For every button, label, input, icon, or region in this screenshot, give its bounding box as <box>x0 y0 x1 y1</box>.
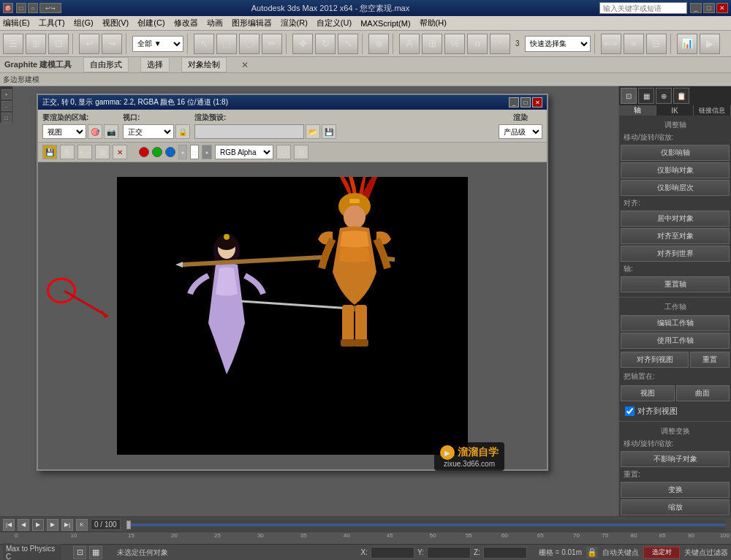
status-icon-2[interactable]: ▦ <box>89 546 102 559</box>
toolbar-btn-2[interactable]: ⊞ <box>26 34 46 54</box>
toolbar-align[interactable]: ≡ <box>624 34 644 54</box>
tl-prev-frame[interactable]: ◀ <box>18 519 29 531</box>
toolbar-layer[interactable]: ⊟ <box>646 34 667 54</box>
save-file-icon[interactable]: 💾 <box>42 145 57 159</box>
ls-btn-2[interactable]: - <box>1 101 12 111</box>
close-button[interactable]: ✕ <box>716 3 728 13</box>
rp-icon-2[interactable]: ▦ <box>638 88 654 104</box>
maximize-button[interactable]: □ <box>703 3 715 13</box>
selection-type-select[interactable]: 全部 ▼ <box>132 36 183 52</box>
dialog-maximize[interactable]: □ <box>520 97 531 107</box>
align-to-view-checkbox[interactable] <box>625 406 635 416</box>
render-from-select[interactable]: 视图 <box>42 124 86 139</box>
menu-customize[interactable]: 自定义(U) <box>317 18 352 29</box>
tl-go-end[interactable]: ▶| <box>61 519 73 531</box>
white-channel[interactable]: □ <box>190 145 199 159</box>
quick-select[interactable]: 快速选择集 <box>525 36 591 52</box>
lock-icon[interactable]: 🔒 <box>175 124 190 139</box>
blue-channel[interactable] <box>165 147 175 157</box>
ls-btn-1[interactable]: + <box>1 89 12 99</box>
x-input[interactable] <box>371 547 414 559</box>
btn-affect-axis-only[interactable]: 仅影响轴 <box>621 145 730 161</box>
graphite-tab-selection[interactable]: 选择 <box>140 57 170 72</box>
btn-edit-working-axis[interactable]: 编辑工作轴 <box>621 315 730 331</box>
toolbar-rotate[interactable]: ↻ <box>315 34 336 54</box>
btn-affect-object-only[interactable]: 仅影响对象 <box>621 162 730 178</box>
viewport-select[interactable]: 正交 <box>123 124 174 139</box>
menu-modifier[interactable]: 修改器 <box>174 18 198 29</box>
btn-put-surface[interactable]: 曲面 <box>676 385 730 401</box>
btn-align-to-object[interactable]: 对齐至对象 <box>621 228 730 244</box>
toolbar-mirror[interactable]: ⟺ <box>601 34 621 54</box>
lock-status-icon[interactable]: 🔒 <box>586 547 598 559</box>
timeline-track[interactable] <box>126 519 725 531</box>
auto-key-btn[interactable]: 选定对 <box>643 547 680 559</box>
rp-icon-3[interactable]: ⊕ <box>656 88 672 104</box>
toolbar-graph[interactable]: 📊 <box>677 34 697 54</box>
menu-tools[interactable]: 工具(T) <box>39 18 65 29</box>
btn-put-view[interactable]: 视图 <box>621 385 675 401</box>
preset-input[interactable] <box>194 124 304 139</box>
mono-channel[interactable]: ▪ <box>178 145 187 159</box>
tl-go-start[interactable]: |◀ <box>3 519 15 531</box>
toolbar-btn-c[interactable]: n <box>467 34 488 54</box>
clone-icon[interactable]: ⊞ <box>95 145 110 159</box>
menu-animation[interactable]: 动画 <box>207 18 223 29</box>
copy-icon[interactable]: B <box>60 145 75 159</box>
menu-graph-editor[interactable]: 图形编辑器 <box>232 18 272 29</box>
btn-no-affect-children[interactable]: 不影响子对象 <box>621 451 730 467</box>
menu-maxscript[interactable]: MAXScript(M) <box>360 19 410 28</box>
toolbar-reference[interactable]: ⊕ <box>368 34 389 54</box>
z-input[interactable] <box>483 547 527 559</box>
preset-load-icon[interactable]: 📂 <box>306 124 320 139</box>
menu-edit[interactable]: 编辑(E) <box>3 18 30 29</box>
preset-save-icon[interactable]: 💾 <box>322 124 336 139</box>
ls-btn-3[interactable]: □ <box>1 113 12 123</box>
toolbar-btn-3[interactable]: ⊡ <box>48 34 69 54</box>
toolbar-btn-undo[interactable]: ↩ <box>79 34 99 54</box>
channel-icon2[interactable]: ⊟ <box>294 145 308 159</box>
btn-affect-hierarchy[interactable]: 仅影响层次 <box>621 180 730 196</box>
menu-view[interactable]: 视图(V) <box>102 18 129 29</box>
toolbar-btn-a[interactable]: A <box>399 34 420 54</box>
btn-reset-scale[interactable]: 缩放 <box>621 499 730 515</box>
btn-align-to-world[interactable]: 对齐到世界 <box>621 246 730 262</box>
toolbar-btn-d[interactable]: ° <box>490 34 510 54</box>
tl-thumb[interactable] <box>126 521 131 529</box>
render-from-icon2[interactable]: 📷 <box>104 124 118 139</box>
minimize-button[interactable]: _ <box>690 3 702 13</box>
icon2[interactable]: ○ <box>28 3 38 13</box>
gray-channel[interactable]: ▪ <box>202 145 212 159</box>
delete-icon[interactable]: ✕ <box>113 145 127 159</box>
toolbar-btn-snap[interactable]: ⊞ <box>422 34 442 54</box>
quick-access[interactable]: ↩↪ <box>39 3 61 13</box>
rp-icon-4[interactable]: 📋 <box>673 88 689 104</box>
graphite-tab-object[interactable]: 对象绘制 <box>181 57 227 72</box>
rp-icon-1[interactable]: ⊡ <box>621 88 637 104</box>
toolbar-paint[interactable]: ✏ <box>262 34 282 54</box>
rp-tab-ik[interactable]: IK <box>656 105 694 116</box>
menu-render[interactable]: 渲染(R) <box>281 18 308 29</box>
dialog-close[interactable]: ✕ <box>532 97 542 107</box>
btn-reset-working[interactable]: 重置 <box>690 352 730 368</box>
tl-next-frame[interactable]: ▶ <box>47 519 58 531</box>
toolbar-render[interactable]: ▶ <box>700 34 720 54</box>
dialog-minimize[interactable]: _ <box>509 97 519 107</box>
close-graphite-icon[interactable]: ✕ <box>241 60 249 70</box>
status-icon-1[interactable]: ⊡ <box>73 546 86 559</box>
toolbar-select[interactable]: ↖ <box>194 34 214 54</box>
menu-group[interactable]: 组(G) <box>74 18 94 29</box>
toolbar-btn-b[interactable]: % <box>444 34 465 54</box>
y-input[interactable] <box>427 547 471 559</box>
green-channel[interactable] <box>152 147 162 157</box>
toolbar-region[interactable]: ⬚ <box>216 34 237 54</box>
rp-tab-axis[interactable]: 轴 <box>619 105 656 116</box>
channel-icon1[interactable]: □ <box>276 145 291 159</box>
toolbar-lasso[interactable]: 〇 <box>239 34 260 54</box>
tl-key[interactable]: K <box>76 519 88 531</box>
channel-select[interactable]: RGB Alpha <box>215 145 273 159</box>
menu-create[interactable]: 创建(C) <box>137 18 164 29</box>
plus-icon[interactable]: +→ <box>77 145 92 159</box>
toolbar-scale[interactable]: ⤡ <box>338 34 358 54</box>
graphite-tab-freeform[interactable]: 自由形式 <box>83 57 129 72</box>
